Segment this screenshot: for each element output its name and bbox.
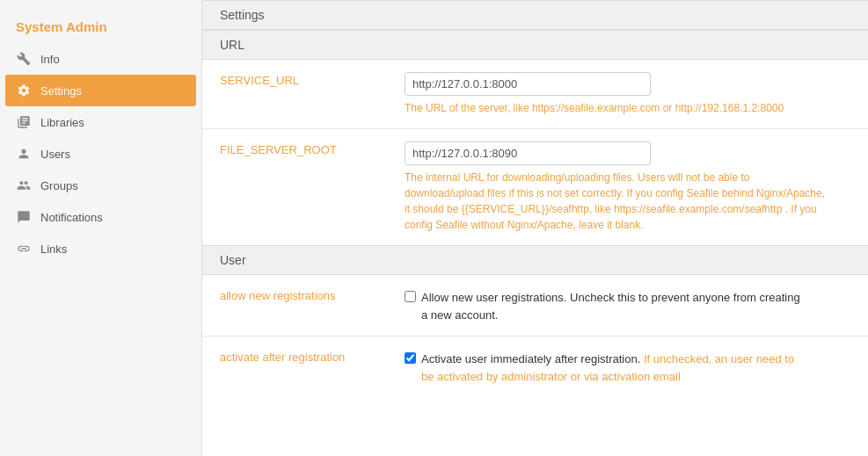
- file-server-root-help: The internal URL for downloading/uploadi…: [405, 170, 827, 233]
- sidebar-item-links[interactable]: Links: [0, 233, 201, 264]
- sidebar-item-groups-label: Groups: [40, 179, 78, 192]
- sidebar-item-libraries-label: Libraries: [40, 116, 84, 129]
- file-server-root-row: FILE_SERVER_ROOT The internal URL for do…: [202, 129, 868, 245]
- service-url-row: SERVICE_URL The URL of the server, like …: [202, 60, 868, 128]
- activate-after-registration-row: activate after registration Activate use…: [202, 337, 868, 397]
- user-section-header: User: [202, 245, 868, 275]
- main-content: Settings URL SERVICE_URL The URL of the …: [202, 0, 868, 456]
- users-icon: [16, 146, 32, 162]
- settings-icon: [16, 83, 32, 98]
- sidebar: System Admin Info Settings Libraries: [0, 0, 202, 456]
- activate-after-registration-label: activate after registration: [202, 337, 396, 397]
- activate-after-registration-checkbox[interactable]: [405, 352, 416, 364]
- service-url-help: The URL of the server, like https://seaf…: [405, 100, 827, 116]
- sidebar-item-users-label: Users: [40, 148, 70, 161]
- groups-icon: [16, 177, 32, 193]
- allow-registrations-row: allow new registrations Allow new user r…: [202, 275, 868, 336]
- allow-registrations-checkbox-row: Allow new user registrations. Uncheck th…: [405, 289, 850, 323]
- service-url-input[interactable]: [405, 72, 651, 96]
- activate-after-registration-text: Activate user immediately after registra…: [421, 351, 808, 385]
- sidebar-item-libraries[interactable]: Libraries: [0, 106, 201, 138]
- user-settings-table: allow new registrations Allow new user r…: [202, 275, 868, 397]
- sidebar-item-notifications[interactable]: Notifications: [0, 201, 201, 233]
- service-url-value-cell: The URL of the server, like https://seaf…: [396, 60, 868, 128]
- file-server-root-input[interactable]: [405, 141, 651, 165]
- libraries-icon: [16, 114, 32, 130]
- sidebar-item-info-label: Info: [40, 53, 60, 66]
- allow-registrations-text: Allow new user registrations. Uncheck th…: [421, 289, 808, 323]
- sidebar-item-groups[interactable]: Groups: [0, 170, 201, 201]
- file-server-root-label: FILE_SERVER_ROOT: [202, 129, 396, 245]
- sidebar-item-links-label: Links: [40, 242, 67, 256]
- page-title: Settings: [202, 0, 868, 30]
- service-url-label: SERVICE_URL: [202, 60, 396, 128]
- url-section-header: URL: [202, 30, 868, 60]
- file-server-root-value-cell: The internal URL for downloading/uploadi…: [396, 129, 868, 245]
- sidebar-item-settings[interactable]: Settings: [5, 75, 196, 106]
- allow-registrations-label: allow new registrations: [202, 275, 396, 336]
- allow-registrations-value-cell: Allow new user registrations. Uncheck th…: [396, 275, 868, 336]
- sidebar-item-notifications-label: Notifications: [40, 211, 103, 224]
- sidebar-item-users[interactable]: Users: [0, 138, 201, 170]
- notifications-icon: [16, 209, 32, 225]
- sidebar-title: System Admin: [0, 9, 201, 43]
- sidebar-item-settings-label: Settings: [40, 84, 82, 98]
- activate-after-registration-checkbox-row: Activate user immediately after registra…: [405, 351, 850, 385]
- url-settings-table: SERVICE_URL The URL of the server, like …: [202, 60, 868, 245]
- activate-after-registration-value-cell: Activate user immediately after registra…: [396, 337, 868, 397]
- allow-registrations-checkbox[interactable]: [405, 291, 416, 302]
- links-icon: [16, 241, 32, 257]
- wrench-icon: [16, 51, 32, 67]
- sidebar-item-info[interactable]: Info: [0, 43, 201, 75]
- activate-help-orange: If unchecked, an user need to be activat…: [421, 352, 794, 383]
